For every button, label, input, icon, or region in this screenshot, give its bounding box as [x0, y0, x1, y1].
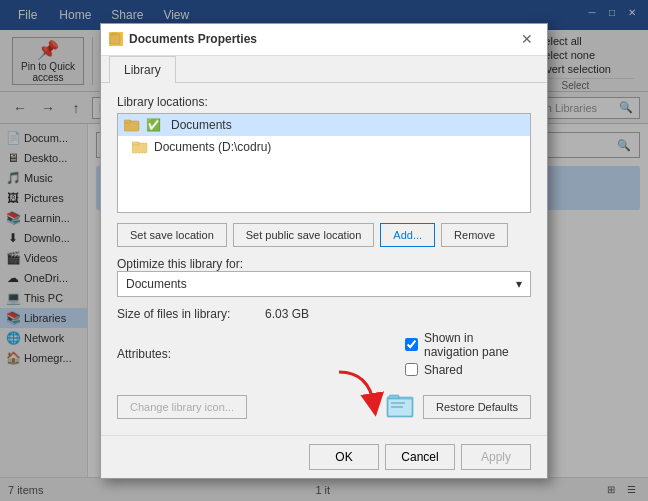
- size-row: Size of files in library: 6.03 GB: [117, 307, 531, 321]
- ok-button[interactable]: OK: [309, 444, 379, 470]
- svg-rect-17: [124, 120, 131, 123]
- svg-rect-23: [391, 402, 405, 404]
- dialog-titlebar: Documents Properties ✕: [101, 24, 547, 56]
- cancel-button[interactable]: Cancel: [385, 444, 455, 470]
- location-folder-icon: [124, 118, 140, 132]
- change-icon-button[interactable]: Change library icon...: [117, 395, 247, 419]
- dialog-body: Library locations: ✅ Documents: [101, 83, 547, 435]
- add-button[interactable]: Add...: [380, 223, 435, 247]
- modal-overlay: Documents Properties ✕ Library Library l…: [0, 0, 648, 501]
- attributes-label: Attributes:: [117, 347, 257, 361]
- location-item-documents[interactable]: ✅ Documents: [118, 114, 530, 136]
- restore-defaults-button[interactable]: Restore Defaults: [423, 395, 531, 419]
- shared-checkbox[interactable]: [405, 363, 418, 376]
- shared-checkbox-label[interactable]: Shared: [405, 363, 531, 377]
- optimize-row: Optimize this library for:: [117, 257, 531, 271]
- set-public-save-button[interactable]: Set public save location: [233, 223, 375, 247]
- nav-pane-checkbox[interactable]: [405, 338, 418, 351]
- svg-rect-15: [112, 33, 117, 35]
- size-value: 6.03 GB: [265, 307, 309, 321]
- apply-button[interactable]: Apply: [461, 444, 531, 470]
- locations-list: ✅ Documents Documents (D:\codru): [117, 113, 531, 213]
- dialog-close-button[interactable]: ✕: [515, 27, 539, 51]
- documents-properties-dialog: Documents Properties ✕ Library Library l…: [100, 23, 548, 479]
- optimize-label: Optimize this library for:: [117, 257, 257, 271]
- locations-label: Library locations:: [117, 95, 531, 109]
- location-item-documents-d[interactable]: Documents (D:\codru): [118, 136, 530, 158]
- attributes-checkboxes: Shown in navigation pane Shared: [405, 331, 531, 377]
- nav-pane-checkbox-label[interactable]: Shown in navigation pane: [405, 331, 531, 359]
- location-buttons: Set save location Set public save locati…: [117, 223, 531, 247]
- bottom-actions-row: Change library icon...: [117, 391, 531, 423]
- set-save-location-button[interactable]: Set save location: [117, 223, 227, 247]
- remove-button[interactable]: Remove: [441, 223, 508, 247]
- library-icon-preview: [385, 391, 417, 423]
- dialog-tabs: Library: [101, 56, 547, 83]
- dropdown-chevron-icon: ▾: [516, 277, 522, 291]
- dialog-title-text: Documents Properties: [129, 32, 509, 46]
- library-tab[interactable]: Library: [109, 56, 176, 83]
- optimize-dropdown[interactable]: Documents ▾: [117, 271, 531, 297]
- dialog-title-icon: [109, 32, 123, 46]
- size-label: Size of files in library:: [117, 307, 257, 321]
- svg-rect-24: [391, 406, 403, 408]
- svg-rect-14: [110, 34, 120, 44]
- location-folder-d-icon: [132, 140, 148, 154]
- attributes-row: Attributes: Shown in navigation pane Sha…: [117, 331, 531, 377]
- dialog-footer: OK Cancel Apply: [101, 435, 547, 478]
- optimize-section: Optimize this library for: Documents ▾: [117, 257, 531, 297]
- svg-rect-21: [389, 395, 399, 399]
- svg-rect-19: [132, 142, 139, 145]
- library-locations-section: Library locations: ✅ Documents: [117, 95, 531, 213]
